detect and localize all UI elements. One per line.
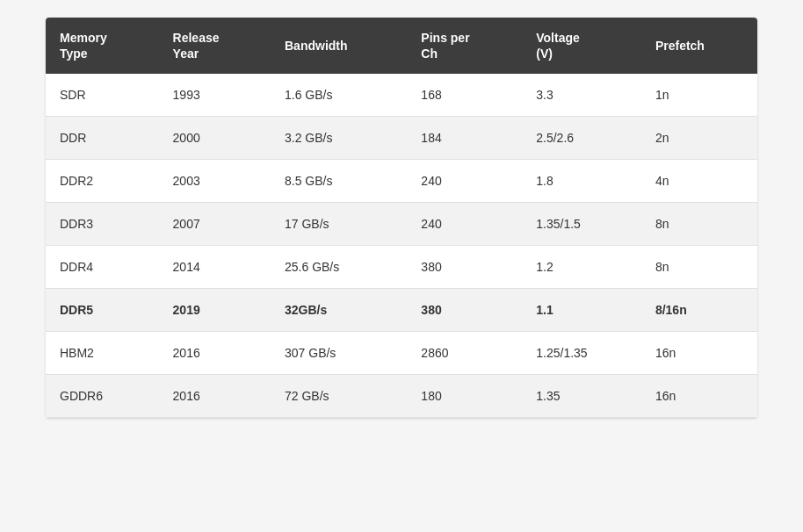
cell-pins-per-ch: 2860 (407, 332, 522, 375)
header-prefetch: Prefetch (641, 18, 757, 74)
cell-memory-type: DDR4 (46, 246, 159, 289)
table-row: GDDR6201672 GB/s1801.3516n (46, 375, 757, 418)
cell-bandwidth: 3.2 GB/s (271, 117, 407, 160)
cell-pins-per-ch: 380 (407, 246, 522, 289)
cell-release-year: 2003 (159, 160, 271, 203)
cell-bandwidth: 8.5 GB/s (271, 160, 407, 203)
cell-prefetch: 1n (641, 74, 757, 117)
cell-voltage: 1.8 (522, 160, 641, 203)
cell-memory-type: SDR (46, 74, 159, 117)
cell-release-year: 2016 (159, 375, 271, 418)
cell-prefetch: 4n (641, 160, 757, 203)
cell-bandwidth: 72 GB/s (271, 375, 407, 418)
cell-memory-type: DDR5 (46, 289, 159, 332)
cell-prefetch: 8n (641, 203, 757, 246)
table-row: DDR4201425.6 GB/s3801.28n (46, 246, 757, 289)
cell-voltage: 1.2 (522, 246, 641, 289)
header-bandwidth: Bandwidth (271, 18, 407, 74)
table-header-row: Memory Type Release Year Bandwidth Pins … (46, 18, 757, 74)
cell-memory-type: DDR2 (46, 160, 159, 203)
cell-release-year: 2019 (159, 289, 271, 332)
table-row: DDR5201932GB/s3801.18/16n (46, 289, 757, 332)
cell-memory-type: HBM2 (46, 332, 159, 375)
cell-prefetch: 8n (641, 246, 757, 289)
cell-prefetch: 16n (641, 375, 757, 418)
cell-pins-per-ch: 184 (407, 117, 522, 160)
cell-release-year: 2014 (159, 246, 271, 289)
cell-release-year: 1993 (159, 74, 271, 117)
cell-voltage: 1.1 (522, 289, 641, 332)
cell-memory-type: DDR (46, 117, 159, 160)
cell-prefetch: 8/16n (641, 289, 757, 332)
cell-memory-type: DDR3 (46, 203, 159, 246)
header-release-year: Release Year (159, 18, 271, 74)
table-row: DDR20003.2 GB/s1842.5/2.62n (46, 117, 757, 160)
cell-bandwidth: 17 GB/s (271, 203, 407, 246)
cell-pins-per-ch: 180 (407, 375, 522, 418)
cell-bandwidth: 1.6 GB/s (271, 74, 407, 117)
cell-pins-per-ch: 240 (407, 203, 522, 246)
cell-release-year: 2000 (159, 117, 271, 160)
table-row: SDR19931.6 GB/s1683.31n (46, 74, 757, 117)
memory-comparison-table: Memory Type Release Year Bandwidth Pins … (46, 18, 757, 418)
header-pins-per-ch: Pins per Ch (407, 18, 522, 74)
cell-prefetch: 2n (641, 117, 757, 160)
header-voltage: Voltage (V) (522, 18, 641, 74)
cell-voltage: 2.5/2.6 (522, 117, 641, 160)
cell-pins-per-ch: 168 (407, 74, 522, 117)
cell-voltage: 1.35 (522, 375, 641, 418)
cell-bandwidth: 25.6 GB/s (271, 246, 407, 289)
table-row: DDR220038.5 GB/s2401.84n (46, 160, 757, 203)
cell-release-year: 2016 (159, 332, 271, 375)
table-row: HBM22016307 GB/s28601.25/1.3516n (46, 332, 757, 375)
cell-bandwidth: 32GB/s (271, 289, 407, 332)
cell-voltage: 3.3 (522, 74, 641, 117)
cell-pins-per-ch: 380 (407, 289, 522, 332)
cell-release-year: 2007 (159, 203, 271, 246)
cell-prefetch: 16n (641, 332, 757, 375)
cell-pins-per-ch: 240 (407, 160, 522, 203)
cell-voltage: 1.25/1.35 (522, 332, 641, 375)
header-memory-type: Memory Type (46, 18, 159, 74)
cell-voltage: 1.35/1.5 (522, 203, 641, 246)
table-row: DDR3200717 GB/s2401.35/1.58n (46, 203, 757, 246)
cell-bandwidth: 307 GB/s (271, 332, 407, 375)
cell-memory-type: GDDR6 (46, 375, 159, 418)
